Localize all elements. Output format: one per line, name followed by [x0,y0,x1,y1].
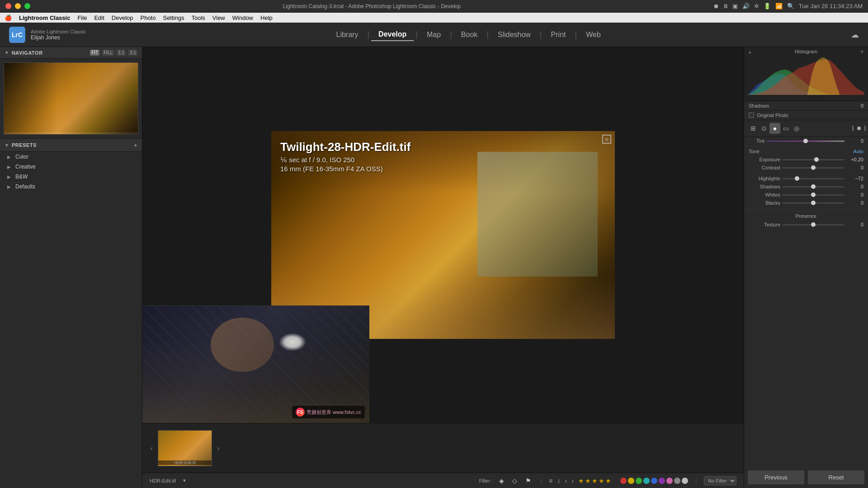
grid-tool[interactable]: ⊞ [748,123,759,134]
color-green[interactable] [636,478,642,484]
color-blue[interactable] [651,478,657,484]
star-4[interactable]: ★ [599,477,604,484]
histogram-title: ▲ Histogram ▼ [748,49,864,54]
blacks-slider[interactable] [782,202,844,204]
color-grey[interactable] [674,478,680,484]
navigator-header[interactable]: ▼ Navigator FIT FILL 1:1 3:1 [0,47,142,59]
exposure-row: Exposure +0.20 [744,155,868,164]
search-icon[interactable]: 🔍 [787,3,794,9]
filter-sort[interactable]: ≡ [549,477,552,484]
color-purple[interactable] [659,478,665,484]
blacks-thumb[interactable] [811,201,816,205]
filter-flag[interactable]: ⚑ [525,477,531,484]
preview-image-content [4,63,138,134]
filter-stars[interactable]: ★ ★ ★ ★ ★ [578,477,611,484]
preset-bw[interactable]: ▶ B&W [0,172,142,182]
close-button[interactable] [5,3,11,9]
filter-right[interactable]: › [571,477,574,484]
settings-menu[interactable]: Settings [163,14,184,21]
tab-web[interactable]: Web [579,29,608,41]
filter-diamond[interactable]: ◈ [499,477,504,484]
presets-header[interactable]: ▼ Presets + [0,138,142,152]
filmstrip-next-btn[interactable]: › [214,445,223,452]
spot-icon: ◎ [794,125,799,132]
contrast-thumb[interactable] [811,165,816,170]
presets-add-btn[interactable]: + [134,141,137,149]
apple-menu[interactable]: 🍎 [5,14,12,21]
color-yellow[interactable] [628,478,634,484]
app-menu[interactable]: Lightroom Classic [19,14,70,21]
left-panel: ▼ Navigator FIT FILL 1:1 3:1 ▼ Presets +… [0,47,142,488]
texture-thumb[interactable] [811,222,816,227]
tab-map[interactable]: Map [420,29,448,41]
develop-menu[interactable]: Develop [112,14,133,21]
star-1[interactable]: ★ [578,477,584,484]
fit-fill-btn[interactable]: FILL [102,50,114,56]
preset-defaults[interactable]: ▶ Defaults [0,182,142,192]
preset-creative[interactable]: ▶ Creative [0,162,142,172]
color-grey2[interactable] [682,478,688,484]
tab-book[interactable]: Book [454,29,485,41]
fit-fit-btn[interactable]: FIT [90,50,99,56]
exposure-thumb[interactable] [814,157,819,162]
tab-develop[interactable]: Develop [371,28,414,41]
color-cyan[interactable] [643,478,650,484]
spot-tool[interactable]: ◎ [791,123,802,134]
texture-slider[interactable] [782,224,844,225]
filmstrip-prev-btn[interactable]: ‹ [147,445,156,452]
window-menu[interactable]: Window [232,14,253,21]
no-filter-select[interactable]: No Filter [704,476,736,485]
highlights-slider[interactable] [782,178,844,179]
preset-color[interactable]: ▶ Color [0,152,142,162]
color-pink[interactable] [666,478,673,484]
view-menu[interactable]: View [212,14,225,21]
contrast-slider[interactable] [782,167,844,169]
tab-print[interactable]: Print [544,29,573,41]
minimize-button[interactable] [15,3,21,9]
previous-button[interactable]: Previous [748,470,804,484]
original-photo-checkbox[interactable] [749,113,754,118]
crop-tool[interactable]: ⊙ [759,123,769,134]
tools-menu[interactable]: Tools [191,14,205,21]
window-controls[interactable] [5,3,30,9]
color-red[interactable] [620,478,627,484]
help-menu[interactable]: Help [260,14,273,21]
star-2[interactable]: ★ [585,477,591,484]
filmstrip-label[interactable]: HDR-Edit.tif [150,478,176,483]
rect-tool[interactable]: ▭ [780,123,791,134]
webcam-face [211,318,274,372]
navigator-title: Navigator [12,50,90,56]
histogram-right-arrow[interactable]: ▼ [860,49,864,54]
shadows-thumb[interactable] [811,184,816,189]
histogram-left-arrow[interactable]: ▲ [748,49,752,54]
photo-menu[interactable]: Photo [140,14,156,21]
fit-3to1-btn[interactable]: 3:1 [128,50,137,56]
tone-auto-btn[interactable]: Auto [853,149,863,154]
filter-diamond2[interactable]: ◇ [512,477,517,484]
edit-menu[interactable]: Edit [94,14,104,21]
filmstrip-dropdown-icon[interactable]: ▾ [183,478,186,483]
filter-sort2[interactable]: ↕ [557,477,561,484]
webcam-overlay: FS 梵摄创意库 www.fstvc.cc [142,305,369,423]
tint-slider[interactable] [766,141,844,142]
filter-left[interactable]: ‹ [565,477,567,484]
tab-slideshow[interactable]: Slideshow [491,29,538,41]
circle-tool[interactable]: ● [769,123,780,134]
exposure-slider[interactable] [782,159,844,160]
shadows-slider[interactable] [782,186,844,188]
whites-thumb[interactable] [811,192,816,197]
highlights-thumb[interactable] [795,176,799,181]
maximize-button[interactable] [24,3,30,9]
cloud-icon[interactable]: ☁ [851,30,859,40]
tint-thumb[interactable] [803,139,808,143]
file-menu[interactable]: File [77,14,87,21]
filmstrip-item[interactable]: HDR-Edit.tif [158,430,212,466]
star-3[interactable]: ★ [592,477,598,484]
whites-slider[interactable] [782,194,844,196]
fit-1to1-btn[interactable]: 1:1 [117,50,126,56]
adjust-slider[interactable] [854,123,864,134]
reset-button[interactable]: Reset [808,470,864,484]
tab-library[interactable]: Library [329,29,365,41]
star-5[interactable]: ★ [605,477,611,484]
filter-label: Filter : [479,478,493,483]
